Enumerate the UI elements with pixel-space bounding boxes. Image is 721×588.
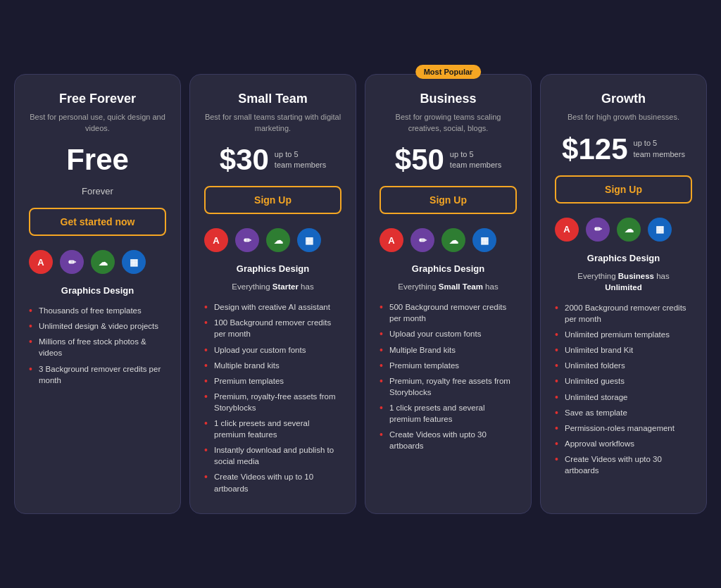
feature-item: Multiple brand kits: [204, 358, 341, 373]
feature-item: 2000 Background remover credits per mont…: [555, 300, 692, 327]
design-icon: A: [380, 228, 403, 252]
feature-item: Create Videos with up to 10 artboards: [204, 469, 341, 496]
edit-icon: ✏: [235, 228, 259, 252]
price-amount-small_team: $30: [220, 145, 269, 175]
price-suffix-business: up to 5team members: [450, 149, 501, 171]
cta-button-small_team[interactable]: Sign Up: [204, 186, 341, 214]
feature-item: Upload your custom fonts: [204, 342, 341, 358]
feature-intro-growth: Everything Business hasUnlimited: [555, 270, 692, 293]
feature-item: 100 Background remover credits per month: [204, 315, 341, 342]
feature-item: Approval workflows: [555, 436, 692, 451]
cloud-icon: ☁: [441, 228, 465, 252]
feature-item: 500 Background remover credits per month: [380, 299, 517, 326]
card-subtitle-small_team: Best for small teams starting with digit…: [204, 112, 341, 134]
edit-icon: ✏: [410, 228, 434, 252]
feature-item: Unlimited brand Kit: [555, 342, 692, 358]
feature-item: Multiple Brand kits: [380, 342, 517, 358]
feature-item: Upload your custom fonts: [380, 326, 517, 342]
calendar-icon: ▦: [122, 250, 146, 274]
card-title-growth: Growth: [555, 92, 692, 106]
edit-icon: ✏: [60, 250, 84, 274]
price-suffix-growth: up to 5team members: [634, 138, 685, 160]
feature-item: Design with creative AI assistant: [204, 299, 341, 315]
calendar-icon: ▦: [472, 228, 496, 252]
icons-row-growth: A✏☁▦: [555, 218, 692, 242]
price-row-small_team: $30 up to 5team members: [204, 145, 341, 175]
feature-item: Unlimited guests: [555, 373, 692, 389]
section-title-growth: Graphics Design: [555, 253, 692, 263]
feature-item: Create Videos with upto 30 artboards: [555, 451, 692, 478]
pricing-card-growth: GrowthBest for high growth businesses. $…: [540, 74, 707, 513]
feature-item: Unlimited folders: [555, 358, 692, 373]
feature-item: Premium templates: [204, 373, 341, 389]
feature-item: Premium templates: [380, 358, 517, 373]
calendar-icon: ▦: [297, 228, 321, 252]
card-title-business: Business: [380, 92, 517, 106]
feature-item: Create Videos with upto 30 artboards: [380, 427, 517, 453]
feature-item: 1 click presets and several premium feat…: [204, 415, 341, 442]
pricing-card-small_team: Small TeamBest for small teams starting …: [189, 74, 356, 513]
pricing-card-business: Most PopularBusinessBest for growing tea…: [365, 74, 532, 513]
section-title-business: Graphics Design: [380, 263, 517, 274]
pricing-card-free: Free ForeverBest for personal use, quick…: [14, 74, 181, 513]
feature-item: Permission-roles management: [555, 420, 692, 436]
icons-row-small_team: A✏☁▦: [204, 228, 341, 252]
price-amount-business: $50: [395, 145, 444, 175]
price-row-growth: $125 up to 5team members: [555, 135, 692, 164]
price-amount-free: Free: [66, 145, 129, 175]
price-suffix-small_team: up to 5team members: [275, 149, 326, 171]
section-title-free: Graphics Design: [29, 285, 166, 296]
cloud-icon: ☁: [91, 250, 115, 274]
card-subtitle-growth: Best for high growth businesses.: [555, 112, 692, 123]
design-icon: A: [204, 228, 228, 252]
feature-item: Instantly download and publish to social…: [204, 442, 341, 469]
most-popular-badge: Most Popular: [415, 65, 482, 79]
feature-item: Unlimited storage: [555, 389, 692, 405]
cta-button-growth[interactable]: Sign Up: [555, 175, 692, 204]
card-title-free: Free Forever: [29, 92, 166, 106]
feature-intro-small_team: Everything Starter has: [204, 281, 341, 292]
features-list-growth: 2000 Background remover credits per mont…: [555, 300, 692, 478]
feature-item: Premium, royalty free assets from Storyb…: [380, 373, 517, 400]
feature-item: Premium, royalty-free assets from Storyb…: [204, 389, 341, 415]
price-label-free: Forever: [29, 186, 166, 196]
price-row-free: Free: [29, 145, 166, 175]
feature-item: 1 click presets and several premium feat…: [380, 400, 517, 427]
cta-button-business[interactable]: Sign Up: [380, 186, 517, 214]
feature-item: 3 Background remover credits per month: [29, 361, 166, 388]
pricing-container: Free ForeverBest for personal use, quick…: [14, 74, 707, 513]
section-title-small_team: Graphics Design: [204, 263, 341, 274]
calendar-icon: ▦: [648, 218, 672, 242]
cloud-icon: ☁: [617, 218, 641, 242]
features-list-business: 500 Background remover credits per month…: [380, 299, 517, 453]
cta-button-free[interactable]: Get started now: [29, 208, 166, 236]
price-row-business: $50 up to 5team members: [380, 145, 517, 175]
icons-row-free: A✏☁▦: [29, 250, 166, 274]
feature-item: Unlimited design & video projects: [29, 318, 166, 334]
features-list-free: Thousands of free templatesUnlimited des…: [29, 303, 166, 388]
feature-item: Thousands of free templates: [29, 303, 166, 318]
card-subtitle-free: Best for personal use, quick design and …: [29, 112, 166, 134]
features-list-small_team: Design with creative AI assistant100 Bac…: [204, 299, 341, 496]
feature-item: Save as template: [555, 405, 692, 420]
cloud-icon: ☁: [266, 228, 290, 252]
design-icon: A: [29, 250, 53, 274]
design-icon: A: [555, 218, 579, 242]
card-subtitle-business: Best for growing teams scaling creatives…: [380, 112, 517, 134]
card-title-small_team: Small Team: [204, 92, 341, 106]
feature-intro-business: Everything Small Team has: [380, 281, 517, 292]
icons-row-business: A✏☁▦: [380, 228, 517, 252]
edit-icon: ✏: [586, 218, 610, 242]
feature-item: Millions of free stock photos & videos: [29, 334, 166, 361]
feature-item: Unlimited premium templates: [555, 327, 692, 342]
price-amount-growth: $125: [562, 135, 627, 164]
